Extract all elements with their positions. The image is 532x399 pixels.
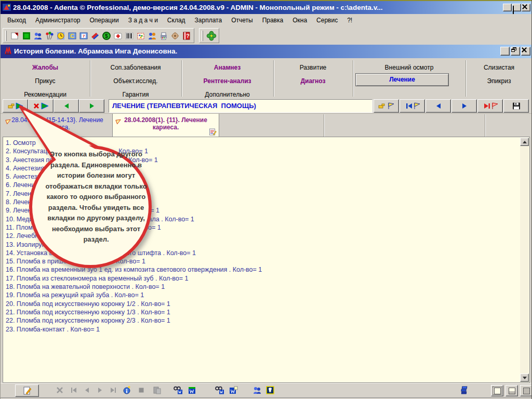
section-sop-zabolevaniya[interactable]: Соп.заболевания xyxy=(90,62,181,73)
mdi-close-button[interactable] xyxy=(521,47,530,56)
stop-icon[interactable] xyxy=(136,385,147,395)
section-vneshnij-osmotr[interactable]: Внешний осмотр xyxy=(353,62,466,73)
section-obekt-issled[interactable]: Объект.исслед. xyxy=(90,76,181,86)
dollar-coin-icon[interactable]: $ xyxy=(101,30,112,42)
close-button[interactable] xyxy=(522,4,530,11)
menu-item-otchety[interactable]: Отчеты xyxy=(227,14,257,24)
calendar-7-icon[interactable]: 7 xyxy=(78,30,89,42)
barcode-icon[interactable] xyxy=(124,30,135,42)
minimize-button[interactable] xyxy=(503,4,512,11)
section-epikriz[interactable]: Эпикриз xyxy=(466,76,532,86)
delete-icon[interactable] xyxy=(55,385,65,395)
green-panel-icon[interactable] xyxy=(21,30,32,42)
note-icon xyxy=(209,128,217,136)
balloons-icon[interactable] xyxy=(44,30,55,42)
scroll-down-button[interactable] xyxy=(520,374,529,382)
clock-icon[interactable] xyxy=(55,30,66,42)
menu-item-help[interactable]: ?! xyxy=(342,14,357,24)
window-title: 28.04.2008 - Adenta © Professional, демо… xyxy=(13,1,382,14)
people-pair-icon[interactable] xyxy=(147,30,158,42)
new-record-button[interactable] xyxy=(15,384,39,397)
users-icon[interactable] xyxy=(32,30,44,42)
prev-record-icon[interactable] xyxy=(82,385,92,395)
arrow-down-icon xyxy=(523,377,527,379)
main-toolbar: C 7 $ ? xyxy=(1,27,532,45)
menu-item-vyhod[interactable]: Выход xyxy=(3,14,31,24)
svg-text:7: 7 xyxy=(83,34,85,38)
treatment-row: 23. Пломба-контакт . Кол-во= 1 xyxy=(6,325,518,334)
maximize-button[interactable] xyxy=(512,4,521,11)
scroll-up-button[interactable] xyxy=(520,138,529,146)
section-razvitie[interactable]: Развитие xyxy=(273,62,353,73)
first-tab-button[interactable] xyxy=(400,99,425,113)
word-doc-icon[interactable] xyxy=(187,385,197,395)
gift-icon[interactable] xyxy=(135,30,147,42)
layout-full-button[interactable] xyxy=(520,385,532,396)
select-tab-button[interactable] xyxy=(374,99,399,113)
toolbar-grip xyxy=(5,31,7,41)
app-icon xyxy=(3,3,11,12)
layout-split-button[interactable] xyxy=(506,385,518,396)
layout-split-icon xyxy=(509,388,515,394)
stack-icon[interactable] xyxy=(459,385,470,395)
treatment-row: 19. Пломба на режущий край зуба . Кол-во… xyxy=(6,291,518,299)
menu-item-administrator[interactable]: Администратор xyxy=(31,14,85,24)
tooth-icon[interactable] xyxy=(265,385,275,395)
section-rekomendacii[interactable]: Рекомендации xyxy=(1,89,90,100)
treatment-row: 22. Пломба под искусственную коронку 2/3… xyxy=(6,316,518,325)
treatment-row: 21. Пломба под искусственную коронку 1/3… xyxy=(6,308,518,316)
word-page-icon[interactable] xyxy=(228,385,238,395)
find-word-icon[interactable] xyxy=(214,385,224,395)
menu-item-servis[interactable]: Сервис xyxy=(312,14,342,24)
stamp-icon[interactable] xyxy=(9,30,21,42)
section-diagnoz[interactable]: Диагноз xyxy=(273,76,353,86)
section-dopolnitelno[interactable]: Дополнительно xyxy=(181,89,273,100)
vertical-scrollbar[interactable] xyxy=(520,138,529,382)
mdi-minimize-button[interactable] xyxy=(500,47,510,56)
mdi-titlebar: История болезни. Абрамова Инга Деонисовн… xyxy=(1,45,532,58)
prev-tab-button[interactable] xyxy=(425,99,451,113)
last-tab-button[interactable] xyxy=(477,99,503,113)
menu-item-okna[interactable]: Окна xyxy=(288,14,312,24)
tab-divider xyxy=(324,114,324,137)
next-record-icon[interactable] xyxy=(95,385,105,395)
gear-icon[interactable] xyxy=(169,30,181,42)
layout-single-button[interactable] xyxy=(491,385,503,396)
calendar-c-icon[interactable]: C xyxy=(66,30,78,42)
treatment-row: 17. Пломба из стеклоиномера на временный… xyxy=(6,274,518,283)
section-rentgen-analiz[interactable]: Рентген-анализ xyxy=(181,76,273,86)
menu-item-zadachi[interactable]: З а д а ч и xyxy=(124,14,163,24)
menu-bar: ВыходАдминистраторОперацииЗ а д а ч иСкл… xyxy=(1,14,532,27)
first-record-icon[interactable] xyxy=(69,385,79,395)
next-tab-button[interactable] xyxy=(451,99,477,113)
help-book-icon[interactable]: ? xyxy=(181,30,192,42)
menu-item-operacii[interactable]: Операции xyxy=(85,14,123,24)
section-slizistaya[interactable]: Слизистая xyxy=(466,62,532,73)
section-prikus[interactable]: Прикус xyxy=(1,76,90,86)
bottom-toolbar xyxy=(1,383,532,397)
menu-item-sklad[interactable]: Склад xyxy=(163,14,190,24)
save-button[interactable] xyxy=(503,99,529,113)
ribbons-icon[interactable] xyxy=(89,30,101,42)
section-anamnez[interactable]: Анамнез xyxy=(181,62,273,73)
find-word-icon[interactable] xyxy=(172,385,183,395)
paste-icon[interactable] xyxy=(152,385,162,395)
section-garantiya[interactable]: Гарантия xyxy=(90,89,181,100)
treatment-row: 20. Пломба под искусственную коронку 1/2… xyxy=(6,300,518,308)
layout-single-icon xyxy=(494,388,501,394)
menu-item-pravka[interactable]: Правка xyxy=(258,14,288,24)
tab-divider xyxy=(485,114,485,137)
svg-text:C: C xyxy=(70,33,74,39)
color-print-icon[interactable] xyxy=(158,30,169,42)
section-lechenie-label: Лечение xyxy=(356,74,448,85)
application-window: 28.04.2008 - Adenta © Professional, демо… xyxy=(0,0,532,399)
menu-item-zarplata[interactable]: Зарплата xyxy=(190,14,227,24)
section-lechenie-button[interactable]: Лечение xyxy=(355,73,449,86)
patients-icon[interactable] xyxy=(252,385,262,395)
first-aid-icon[interactable] xyxy=(112,30,124,42)
clover-icon[interactable] xyxy=(206,30,217,42)
info-icon[interactable] xyxy=(122,385,132,395)
mdi-restore-button[interactable] xyxy=(511,47,520,56)
section-zhaloby[interactable]: Жалобы xyxy=(1,62,90,73)
last-record-icon[interactable] xyxy=(108,385,118,395)
